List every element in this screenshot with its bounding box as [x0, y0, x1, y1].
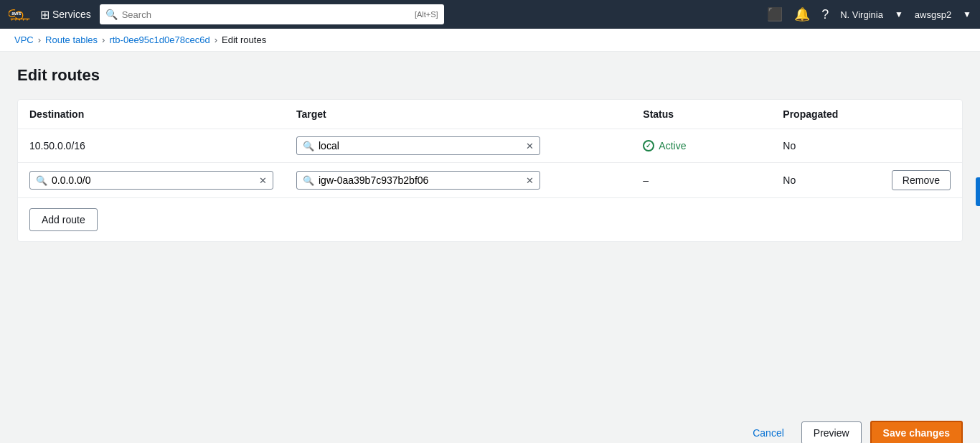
breadcrumb-sep1: › [38, 34, 41, 45]
propagated-val-2: No [783, 174, 796, 186]
target-search-icon-2: 🔍 [303, 175, 314, 186]
account-chevron-icon: ▼ [963, 9, 971, 19]
destination-static-value: 10.50.0.0/16 [29, 140, 85, 151]
routes-card: Destination Target Status Propagated 10.… [17, 99, 963, 242]
target-input-1[interactable] [319, 140, 523, 151]
target-clear-icon-1[interactable]: ✕ [526, 141, 534, 151]
main-content: Edit routes Destination Target Status Pr… [0, 52, 980, 411]
region-selector[interactable]: N. Virginia [840, 9, 883, 20]
col-header-propagated: Propagated [771, 100, 880, 129]
breadcrumb-route-tables[interactable]: Route tables [45, 34, 98, 45]
destination-clear-icon-2[interactable]: ✕ [259, 175, 267, 186]
target-search-icon-1: 🔍 [303, 141, 314, 151]
top-nav: aws ⊞ Services 🔍 [Alt+S] ⬛ 🔔 ? N. Virgin… [0, 0, 980, 29]
table-row: 10.50.0.0/16 🔍 ✕ Active [18, 129, 962, 163]
aws-logo[interactable]: aws [9, 6, 32, 22]
destination-input-2[interactable] [52, 174, 256, 186]
table-row: 🔍 ✕ 🔍 ✕ – [18, 163, 962, 198]
breadcrumb-sep2: › [102, 34, 105, 45]
add-route-row: Add route [18, 198, 962, 242]
terminal-icon[interactable]: ⬛ [767, 6, 783, 22]
breadcrumb-sep3: › [215, 34, 217, 45]
breadcrumb-rtb-id[interactable]: rtb-0ee95c1d0e78cec6d [109, 34, 209, 45]
destination-search-icon-2: 🔍 [36, 175, 47, 186]
search-input[interactable] [122, 9, 412, 20]
nav-right: ⬛ 🔔 ? N. Virginia ▼ awsgsp2 ▼ [767, 6, 971, 22]
propagated-val-1: No [783, 140, 796, 151]
preview-button[interactable]: Preview [801, 421, 862, 443]
status-dash: – [643, 174, 649, 186]
search-bar[interactable]: 🔍 [Alt+S] [100, 4, 444, 24]
col-header-actions [880, 100, 962, 129]
save-changes-button[interactable]: Save changes [870, 421, 963, 443]
cancel-button[interactable]: Cancel [744, 422, 793, 443]
destination-input-wrap-2: 🔍 ✕ [29, 171, 273, 190]
breadcrumb-current: Edit routes [222, 34, 266, 45]
search-icon: 🔍 [105, 9, 118, 20]
remove-button[interactable]: Remove [892, 170, 951, 190]
status-active-label: Active [659, 140, 686, 151]
bell-icon[interactable]: 🔔 [794, 6, 810, 22]
action-bar: Cancel Preview Save changes [0, 411, 980, 443]
page-title: Edit routes [17, 66, 963, 85]
col-header-target: Target [285, 100, 631, 129]
search-shortcut: [Alt+S] [415, 10, 438, 19]
status-active-icon [643, 140, 654, 151]
svg-text:aws: aws [11, 11, 21, 16]
target-input-wrap-2: 🔍 ✕ [296, 171, 540, 190]
table-header-row: Destination Target Status Propagated [18, 100, 962, 129]
region-chevron-icon: ▼ [895, 9, 903, 19]
breadcrumb: VPC › Route tables › rtb-0ee95c1d0e78cec… [0, 29, 980, 52]
target-input-2[interactable] [319, 174, 523, 186]
right-scroll-indicator [976, 177, 980, 206]
target-input-wrap-1: 🔍 ✕ [296, 136, 540, 155]
services-nav[interactable]: ⊞ Services [40, 8, 91, 22]
target-clear-icon-2[interactable]: ✕ [526, 175, 534, 186]
grid-icon: ⊞ [40, 8, 50, 22]
routes-table: Destination Target Status Propagated 10.… [18, 100, 962, 241]
breadcrumb-vpc[interactable]: VPC [14, 34, 34, 45]
status-active: Active [643, 140, 760, 151]
col-header-destination: Destination [18, 100, 285, 129]
col-header-status: Status [631, 100, 771, 129]
add-route-button[interactable]: Add route [29, 208, 98, 231]
account-selector[interactable]: awsgsp2 [915, 9, 951, 20]
help-icon[interactable]: ? [821, 7, 829, 22]
